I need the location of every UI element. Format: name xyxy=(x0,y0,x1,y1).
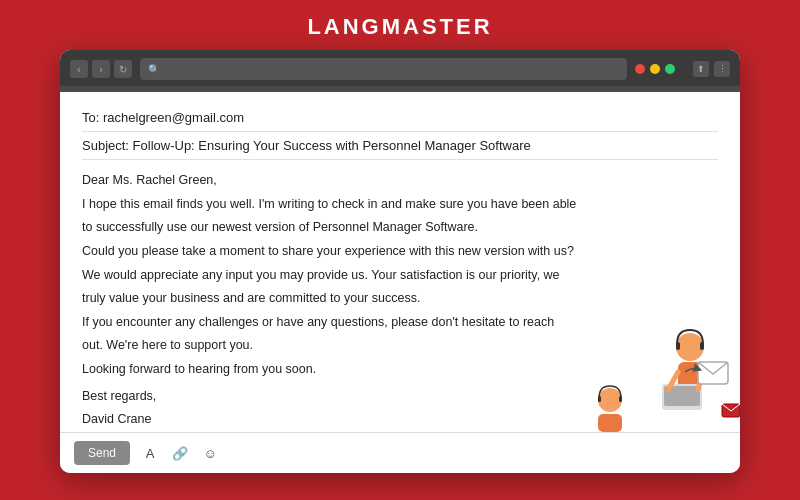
menu-icon[interactable]: ⋮ xyxy=(714,61,730,77)
send-button[interactable]: Send xyxy=(74,441,130,465)
link-icon[interactable]: 🔗 xyxy=(170,443,190,463)
traffic-green xyxy=(665,64,675,74)
to-value: rachelgreen@gmail.com xyxy=(103,110,244,125)
back-button[interactable]: ‹ xyxy=(70,60,88,78)
email-body-line8: Looking forward to hearing from you soon… xyxy=(82,359,718,380)
email-body: Dear Ms. Rachel Green, I hope this email… xyxy=(82,170,718,430)
browser-nav: ‹ › ↻ xyxy=(70,60,132,78)
email-closing: Best regards, xyxy=(82,386,718,407)
app-header: LANGMASTER xyxy=(0,0,800,50)
font-icon[interactable]: A xyxy=(140,443,160,463)
app-title: LANGMASTER xyxy=(307,14,492,40)
email-content: To: rachelgreen@gmail.com Subject: Follo… xyxy=(60,92,740,432)
to-label: To: xyxy=(82,110,99,125)
search-icon: 🔍 xyxy=(148,64,160,75)
emoji-icon[interactable]: ☺ xyxy=(200,443,220,463)
traffic-yellow xyxy=(650,64,660,74)
email-body-line1: I hope this email finds you well. I'm wr… xyxy=(82,194,718,215)
share-icon[interactable]: ⬆ xyxy=(693,61,709,77)
email-subject-field: Subject: Follow-Up: Ensuring Your Succes… xyxy=(82,138,718,160)
browser-window: ‹ › ↻ 🔍 ⬆ ⋮ To: rachelgreen@gmail.com Su… xyxy=(60,50,740,473)
email-body-line6: If you encounter any challenges or have … xyxy=(82,312,718,333)
email-signature: Best regards, David Crane xyxy=(82,386,718,430)
browser-chrome: ‹ › ↻ 🔍 ⬆ ⋮ xyxy=(60,50,740,86)
traffic-red xyxy=(635,64,645,74)
forward-button[interactable]: › xyxy=(92,60,110,78)
email-toolbar: Send A 🔗 ☺ xyxy=(60,432,740,473)
email-body-line4: We would appreciate any input you may pr… xyxy=(82,265,718,286)
email-greeting: Dear Ms. Rachel Green, xyxy=(82,170,718,191)
svg-rect-13 xyxy=(722,404,740,417)
subject-value: Follow-Up: Ensuring Your Success with Pe… xyxy=(133,138,531,153)
email-body-line7: out. We're here to support you. xyxy=(82,335,718,356)
email-body-line2: to successfully use our newest version o… xyxy=(82,217,718,238)
email-sender: David Crane xyxy=(82,409,718,430)
email-to-field: To: rachelgreen@gmail.com xyxy=(82,110,718,132)
refresh-button[interactable]: ↻ xyxy=(114,60,132,78)
address-bar[interactable]: 🔍 xyxy=(140,58,627,80)
email-body-line5: truly value your business and are commit… xyxy=(82,288,718,309)
email-body-line3: Could you please take a moment to share … xyxy=(82,241,718,262)
browser-actions: ⬆ ⋮ xyxy=(635,61,730,77)
subject-label: Subject: xyxy=(82,138,129,153)
